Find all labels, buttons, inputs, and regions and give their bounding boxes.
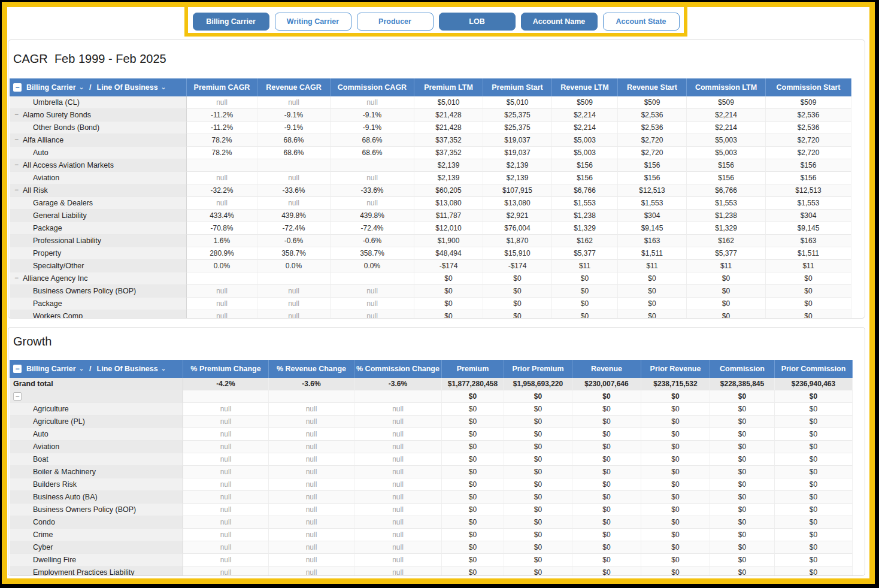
cell: null	[354, 466, 442, 478]
header-cell-premium-ltm[interactable]: Premium LTM	[414, 78, 483, 96]
row-label: Crime	[33, 529, 53, 541]
cell: null	[354, 541, 442, 554]
cell: null	[269, 416, 354, 428]
cell: $230,007,646	[572, 378, 641, 390]
table-row: Dwelling Firenullnullnull$0$0$0$0$0$0	[10, 554, 865, 566]
header-field-billing-carrier[interactable]: Billing Carrier	[26, 360, 76, 378]
cell: null	[269, 466, 354, 478]
cell	[257, 159, 331, 172]
filter-button-producer[interactable]: Producer	[357, 13, 434, 31]
cell: -3.6%	[269, 378, 354, 390]
table-row: Grand total-4.2%-3.6%-3.6%$1,877,280,458…	[10, 378, 865, 390]
cell: $0	[572, 566, 641, 576]
row-label: Aviation	[33, 441, 59, 453]
filter-button-writing-carrier[interactable]: Writing Carrier	[275, 13, 351, 31]
cell: $0	[572, 416, 641, 428]
header-cell-commission[interactable]: Commission	[710, 360, 775, 378]
row-label: Professional Liability	[33, 235, 101, 247]
collapse-all-icon[interactable]: −	[13, 83, 22, 92]
header-cell-premium[interactable]: Premium	[442, 360, 504, 378]
cell: $11	[618, 260, 687, 272]
cell: null	[183, 491, 269, 504]
cell: null	[183, 529, 269, 541]
cell: $0	[442, 416, 504, 428]
collapse-icon[interactable]: −	[14, 111, 19, 118]
collapse-icon[interactable]: −	[14, 186, 19, 193]
header-field-line-of-business[interactable]: Line Of Business	[97, 360, 158, 378]
header-cell-prior-premium[interactable]: Prior Premium	[504, 360, 572, 378]
header-cell-revenue-start[interactable]: Revenue Start	[618, 78, 687, 96]
chevron-down-icon[interactable]: ⌄	[161, 78, 166, 96]
cell: $2,720	[618, 134, 687, 147]
header-cell-commission-ltm[interactable]: Commission LTM	[687, 78, 766, 96]
table-row: Property280.9%358.7%358.7%$48,494$15,910…	[10, 247, 865, 260]
cell: $304	[618, 210, 687, 222]
cell: $0	[442, 478, 504, 491]
cell: $2,536	[766, 109, 851, 122]
row-label-cell: Agriculture	[10, 403, 183, 416]
row-label-cell: −All Access Aviation Markets	[10, 159, 187, 172]
collapse-all-icon[interactable]: −	[13, 365, 22, 373]
row-label-cell: Agriculture (PL)	[10, 416, 183, 428]
header-cell--commission-change[interactable]: % Commission Change	[354, 360, 442, 378]
cell: $0	[641, 554, 710, 566]
hierarchy-header-cell[interactable]: −Billing Carrier⌄/Line Of Business⌄	[10, 78, 187, 96]
cell: $0	[504, 441, 572, 453]
cagr-panel-title: CAGR Feb 1999 - Feb 2025	[8, 40, 865, 78]
row-label: Dwelling Fire	[33, 554, 76, 566]
cell: $76,004	[483, 222, 552, 235]
row-label-cell: General Liability	[10, 210, 187, 222]
header-cell-premium-start[interactable]: Premium Start	[483, 78, 552, 96]
filter-button-account-state[interactable]: Account State	[603, 13, 680, 31]
header-cell-prior-commission[interactable]: Prior Commission	[775, 360, 853, 378]
cell: $0	[710, 504, 775, 516]
collapse-icon[interactable]: −	[14, 274, 19, 281]
header-field-line-of-business[interactable]: Line Of Business	[97, 78, 158, 96]
header-cell-premium-cagr[interactable]: Premium CAGR	[187, 78, 257, 96]
cell: 68.6%	[331, 134, 414, 147]
cell: $0	[641, 466, 710, 478]
cell: 68.6%	[331, 147, 414, 159]
cell: $1,900	[414, 235, 483, 247]
cell: null	[187, 197, 257, 210]
cell: $0	[572, 529, 641, 541]
header-cell-revenue-ltm[interactable]: Revenue LTM	[552, 78, 618, 96]
cell: $0	[641, 416, 710, 428]
filter-button-lob[interactable]: LOB	[439, 13, 516, 31]
cell: null	[269, 516, 354, 529]
header-cell-commission-cagr[interactable]: Commission CAGR	[331, 78, 414, 96]
header-cell-prior-revenue[interactable]: Prior Revenue	[641, 360, 710, 378]
table-row: Crimenullnullnull$0$0$0$0$0$0	[10, 529, 865, 541]
cell	[331, 159, 414, 172]
chevron-down-icon[interactable]: ⌄	[79, 360, 84, 378]
cell: null	[187, 96, 257, 109]
chevron-down-icon[interactable]: ⌄	[79, 78, 84, 96]
collapse-icon[interactable]: −	[13, 392, 22, 401]
header-cell--revenue-change[interactable]: % Revenue Change	[269, 360, 354, 378]
filter-button-account-name[interactable]: Account Name	[521, 13, 598, 31]
cell: $0	[687, 285, 766, 298]
hierarchy-header-cell[interactable]: −Billing Carrier⌄/Line Of Business⌄	[10, 360, 183, 378]
collapse-icon[interactable]: −	[14, 161, 19, 168]
cell: $0	[766, 272, 851, 285]
row-label-cell: Boiler & Machinery	[10, 466, 183, 478]
collapse-icon[interactable]: −	[14, 136, 19, 143]
table-row: Garage & Dealersnullnullnull$13,080$13,0…	[10, 197, 865, 210]
cell: -72.4%	[331, 222, 414, 235]
cell: $0	[641, 504, 710, 516]
header-field-billing-carrier[interactable]: Billing Carrier	[26, 78, 76, 96]
cell: $37,352	[414, 134, 483, 147]
cell: $1,553	[552, 197, 618, 210]
header-cell-commission-start[interactable]: Commission Start	[766, 78, 851, 96]
cell: $0	[504, 504, 572, 516]
cell: $2,139	[483, 159, 552, 172]
filter-button-billing-carrier[interactable]: Billing Carrier	[193, 13, 269, 31]
chevron-down-icon[interactable]: ⌄	[161, 360, 166, 378]
header-cell-revenue-cagr[interactable]: Revenue CAGR	[257, 78, 331, 96]
cell: $0	[641, 390, 710, 403]
cell: $0	[483, 285, 552, 298]
cell: $5,377	[687, 247, 766, 260]
row-label-cell: −All Risk	[10, 184, 187, 197]
header-cell--premium-change[interactable]: % Premium Change	[183, 360, 269, 378]
header-cell-revenue[interactable]: Revenue	[572, 360, 641, 378]
